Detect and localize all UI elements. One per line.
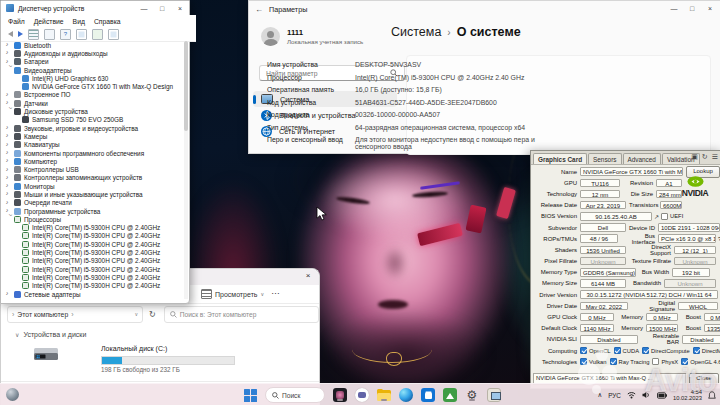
wifi-icon[interactable] [627,391,636,399]
menu-help[interactable]: Справка [94,18,121,25]
bus-width-field[interactable]: 192 bit [672,268,710,277]
uefi-checkbox[interactable] [661,213,668,220]
device-tree-item[interactable]: Samsung SSD 750 EVO 250GB [1,116,183,124]
minimize-icon[interactable]: — [135,2,153,15]
language-indicator[interactable]: РУС [608,392,621,399]
forward-icon[interactable] [18,31,23,37]
devices-icon[interactable] [108,29,119,40]
device-tree-item[interactable]: ›Мониторы [1,182,183,190]
device-manager-taskbar-icon[interactable] [487,388,501,402]
device-tree-item[interactable]: ›Видеоадаптеры [1,66,183,74]
photos-app-icon[interactable] [333,388,347,402]
tab-advanced[interactable]: Advanced [623,153,661,164]
minimize-icon[interactable]: — [665,2,683,15]
drive-icon[interactable] [33,345,59,369]
device-tree-item[interactable]: Intel(R) Core(TM) i5-9300H CPU @ 2.40GHz [1,273,183,281]
console-tree-icon[interactable] [28,29,39,40]
file-explorer-icon[interactable] [377,388,391,402]
tab-sensors[interactable]: Sensors [588,153,621,164]
back-icon[interactable] [8,31,13,37]
checkbox-cuda[interactable] [614,347,621,354]
tab-graphics-card[interactable]: Graphics Card [533,153,587,164]
device-tree-item[interactable]: Intel(R) UHD Graphics 630 [1,74,183,82]
device-tree-item[interactable]: ›Bluetooth [1,41,183,49]
device-tree-item[interactable]: Intel(R) Core(TM) i5-9300H CPU @ 2.40GHz [1,282,183,290]
device-tree-item[interactable]: ›Программные устройства [1,207,183,215]
device-tree-item[interactable]: ›Звуковые, игровые и видеоустройства [1,124,183,132]
drive-name[interactable]: Локальный диск (C:) [101,345,167,352]
chat-app-icon[interactable] [355,388,369,402]
edge-browser-icon[interactable] [399,388,413,402]
share-icon[interactable]: ↗ [654,213,659,220]
checkbox-ray-tracing[interactable] [610,358,617,365]
menu-icon[interactable]: ☰ [712,153,718,161]
device-tree-item[interactable]: ›Сетевые адаптеры [1,290,183,298]
maximize-icon[interactable]: □ [153,2,171,15]
resizable-bar-field[interactable]: Disabled [682,335,720,344]
device-id-field[interactable]: 10DE 2191 - 1028 0949 [658,223,720,232]
chevron-down-icon[interactable]: ∨ [134,311,138,317]
update-driver-icon[interactable] [92,29,103,40]
default-boost-clock-field[interactable]: 1335 MHz [704,324,720,333]
scrollbar[interactable] [184,41,188,299]
user-account[interactable]: 1111 Локальная учетная запись [261,27,363,46]
memory-size-field[interactable]: 6144 MB [580,279,626,288]
refresh-icon[interactable]: ↻ [702,153,708,161]
checkbox-opengl[interactable] [681,358,688,365]
device-tree-item[interactable]: Intel(R) Core(TM) i5-9300H CPU @ 2.40GHz [1,232,183,240]
snipping-tool-icon[interactable] [443,388,457,402]
device-tree-item[interactable]: ›Дисковые устройства [1,107,183,115]
checkbox-vulkan[interactable] [580,358,587,365]
device-tree-item[interactable]: ›Контроллеры USB [1,165,183,173]
default-memory-clock-field[interactable]: 1500 MHz [646,324,678,333]
directx-field[interactable]: 12 (12_1) [674,246,716,255]
rops-tmus-field[interactable]: 48 / 96 [580,234,618,243]
transistors-field[interactable]: 6600M [660,201,682,210]
help-icon[interactable]: ? [60,29,71,40]
checkbox-physx[interactable] [652,358,659,365]
close-icon[interactable]: × [171,2,189,15]
device-tree-item[interactable]: ›Компьютер [1,157,183,165]
widgets-icon[interactable] [6,388,19,401]
menu-action[interactable]: Действие [34,18,64,25]
device-tree-item[interactable]: Intel(R) Core(TM) i5-9300H CPU @ 2.40GHz [1,265,183,273]
default-gpu-clock-field[interactable]: 1140 MHz [580,324,614,333]
clock[interactable]: 4:54 10.02.2023 [673,389,702,402]
device-tree-item[interactable]: ›Встроенное ПО [1,91,183,99]
battery-icon[interactable] [657,392,667,399]
gpu-clock-field[interactable]: 0 MHz [580,313,614,322]
device-tree-item[interactable]: ›Контроллеры запоминающих устройств [1,174,183,182]
pixel-fillrate-field[interactable]: Unknown [580,257,626,266]
memory-clock-field[interactable]: 0 MHz [646,313,678,322]
properties-icon[interactable] [44,29,55,40]
bios-version-field[interactable]: 90.16.25.40.AB [580,212,652,221]
device-tree-item[interactable]: NVIDIA GeForce GTX 1660 Ti with Max-Q De… [1,82,183,90]
driver-version-field[interactable]: 30.0.15.1272 (NVIDIA 512.72) DCH / Win11… [580,290,718,299]
breadcrumb-parent[interactable]: Система [391,25,441,39]
technology-field[interactable]: 12 nm [580,190,620,199]
microsoft-store-icon[interactable] [421,388,435,402]
maximize-icon[interactable]: □ [683,2,701,15]
device-tree-item[interactable]: ›Очереди печати [1,199,183,207]
checkbox-directcompute[interactable] [642,347,649,354]
release-date-field[interactable]: Apr 23, 2019 [580,201,626,210]
device-tree-item[interactable]: ›Батареи [1,58,183,66]
bandwidth-field[interactable]: Unknown [664,279,716,288]
device-tree-item[interactable]: Intel(R) Core(TM) i5-9300H CPU @ 2.40GHz [1,224,183,232]
notification-icon[interactable] [708,391,716,400]
menu-file[interactable]: Файл [8,18,25,25]
gpu-name-field[interactable]: NVIDIA GeForce GTX 1660 Ti with Max-Q D.… [580,167,683,176]
checkbox-opencl[interactable] [580,347,587,354]
devices-and-drives-section[interactable]: ∨ Устройства и диски [15,331,86,338]
boost-clock-field[interactable]: 0 MHz [704,313,720,322]
device-tree-item[interactable]: ›Камеры [1,132,183,140]
device-tree-item[interactable]: ›Процессоры [1,215,183,223]
close-icon[interactable]: × [701,2,719,15]
taskbar-search-input[interactable]: Поиск [265,387,325,403]
gpu-field[interactable]: TU116 [580,179,620,188]
device-tree-item[interactable]: ›Датчики [1,99,183,107]
settings-gear-icon[interactable]: ⚙ [465,388,479,402]
tray-expand-icon[interactable]: ∧ [598,391,603,399]
back-icon[interactable]: ← [249,5,269,14]
memory-type-field[interactable]: GDDR6 (Samsung) [580,268,636,277]
